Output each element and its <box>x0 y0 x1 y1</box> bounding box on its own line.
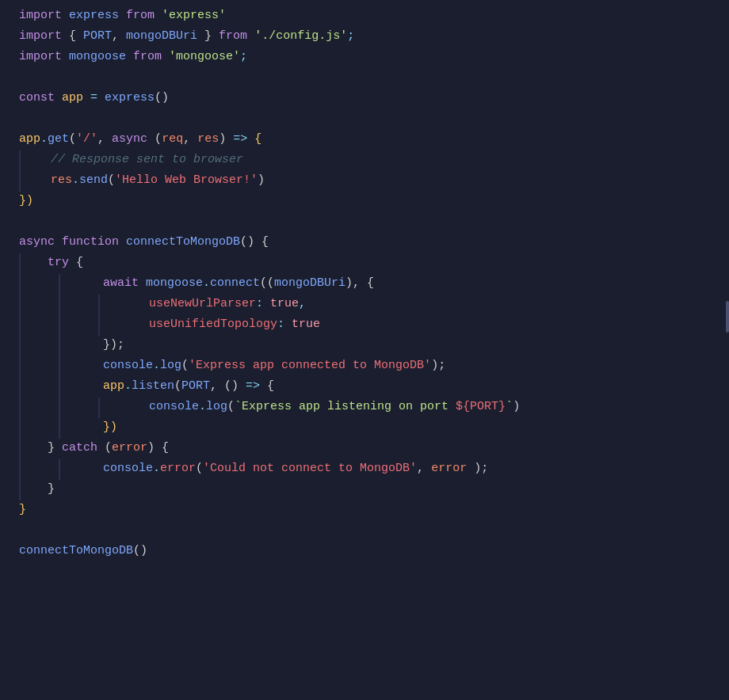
code-line-5: const app = express () <box>0 89 729 109</box>
code-editor: import express from 'express' import { P… <box>0 0 729 700</box>
code-line-16: useUnifiedTopology : true <box>0 315 729 336</box>
code-line-21: }) <box>0 418 729 439</box>
code-line-13: try { <box>0 253 729 274</box>
indent-guide-1 <box>19 418 21 439</box>
indent-guide-3 <box>98 315 100 336</box>
indent-guide-3 <box>98 295 100 315</box>
indent-guide-2 <box>59 418 60 439</box>
indent-guide-1 <box>19 336 21 356</box>
code-line-4 <box>0 68 729 89</box>
indent-guide <box>19 253 21 274</box>
indent-guide-2 <box>59 398 60 418</box>
indent-guide-2 <box>59 274 60 295</box>
code-line-3: import mongoose from 'mongoose' ; <box>0 48 729 68</box>
indent-guide-1 <box>19 398 21 418</box>
code-line-25: } <box>0 500 729 521</box>
indent-guide-2 <box>59 315 60 336</box>
code-line-2: import { PORT , mongoDBUri } from './con… <box>0 27 729 48</box>
indent-guide <box>19 150 21 171</box>
code-line-1: import express from 'express' <box>0 6 729 27</box>
code-line-15: useNewUrlParser : true , <box>0 295 729 315</box>
code-line-23: console . error ( 'Could not connect to … <box>0 459 729 480</box>
code-line-26 <box>0 521 729 542</box>
code-line-11 <box>0 212 729 233</box>
code-line-14: await mongoose . connect (( mongoDBUri )… <box>0 274 729 295</box>
code-line-6 <box>0 109 729 130</box>
token-string-express: 'express' <box>162 6 226 25</box>
indent-guide <box>19 480 21 500</box>
code-line-18: console . log ( 'Express app connected t… <box>0 356 729 377</box>
token-express: express <box>69 6 119 25</box>
code-line-12: async function connectToMongoDB () { <box>0 233 729 253</box>
indent-guide-1 <box>19 377 21 398</box>
indent-guide-1 <box>19 274 21 295</box>
code-line-20: console . log ( `Express app listening o… <box>0 398 729 418</box>
token-import-1: import <box>19 6 62 25</box>
indent-guide-3 <box>98 398 100 418</box>
code-line-27: connectToMongoDB () <box>0 542 729 562</box>
code-line-7: app . get ( '/' , async ( req , res ) =>… <box>0 130 729 150</box>
indent-guide-2 <box>59 459 60 480</box>
scrollbar[interactable] <box>726 301 729 333</box>
indent-guide-2 <box>59 295 60 315</box>
indent-guide <box>19 439 21 459</box>
code-line-10: }) <box>0 192 729 212</box>
indent-guide-1 <box>19 356 21 377</box>
code-line-17: }); <box>0 336 729 356</box>
indent-guide-2 <box>59 356 60 377</box>
code-line-8: // Response sent to browser <box>0 150 729 171</box>
indent-guide-1 <box>19 315 21 336</box>
token-from-1: from <box>126 6 155 25</box>
code-line-19: app . listen ( PORT , () => { <box>0 377 729 398</box>
indent-guide-1 <box>19 459 21 480</box>
code-line-24: } <box>0 480 729 500</box>
indent-guide-1 <box>19 295 21 315</box>
code-line-22: } catch ( error ) { <box>0 439 729 459</box>
indent-guide <box>19 171 21 192</box>
code-line-9: res . send ( 'Hello Web Browser!' ) <box>0 171 729 192</box>
indent-guide-2 <box>59 336 60 356</box>
indent-guide-2 <box>59 377 60 398</box>
